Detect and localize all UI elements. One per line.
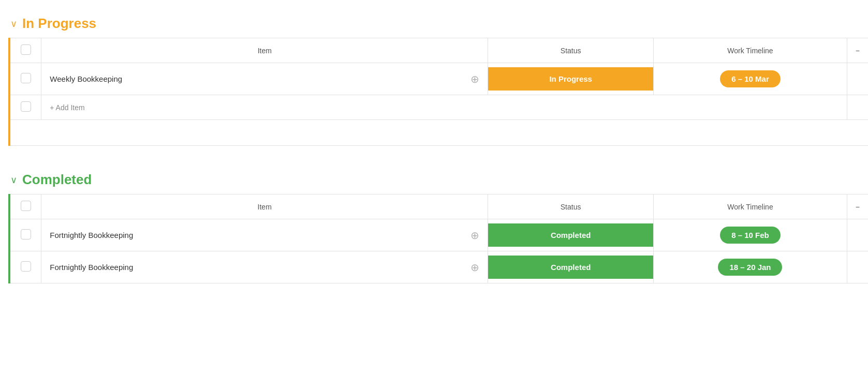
completed-header-checkbox [10, 194, 41, 219]
completed-header-status: Status [488, 194, 654, 219]
table-row: Fortnightly Bookkeeping ⊕ Completed 8 – … [10, 219, 868, 251]
in-progress-header-checkbox [10, 38, 41, 63]
completed-section: ∨ Completed Item Status Work Timeline − [0, 167, 868, 283]
completed-table: Item Status Work Timeline − [10, 194, 868, 283]
row-timeline-cell-1: 6 – 10 Mar [654, 63, 847, 95]
timeline-pill-1: 6 – 10 Mar [720, 70, 781, 87]
completed-row-checkbox-cell-1 [10, 219, 41, 251]
spacer-cell [10, 120, 868, 146]
add-item-extra [847, 95, 868, 120]
completed-title: Completed [22, 172, 92, 188]
completed-row-status-cell-1[interactable]: Completed [488, 219, 654, 251]
completed-comment-icon-2[interactable]: ⊕ [470, 261, 479, 274]
minus-icon-completed: − [856, 203, 860, 211]
minus-icon: − [856, 47, 860, 55]
in-progress-header-row: Item Status Work Timeline − [10, 38, 868, 63]
completed-row-extra-cell-1 [847, 219, 868, 251]
completed-comment-icon-1[interactable]: ⊕ [470, 229, 479, 242]
comment-icon-1[interactable]: ⊕ [470, 73, 479, 85]
status-badge-1[interactable]: In Progress [488, 67, 653, 91]
completed-table-wrapper: Item Status Work Timeline − [8, 194, 868, 283]
row-status-cell-1[interactable]: In Progress [488, 63, 654, 95]
row-checkbox-1[interactable] [21, 73, 31, 83]
add-item-row-in-progress[interactable]: + Add Item [10, 95, 868, 120]
completed-row-timeline-cell-2: 18 – 20 Jan [654, 251, 847, 283]
completed-header[interactable]: ∨ Completed [0, 167, 868, 194]
completed-row-item-name-2: Fortnightly Bookkeeping [50, 263, 133, 272]
header-checkbox-in-progress[interactable] [21, 44, 31, 55]
add-item-checkbox-cell [10, 95, 41, 120]
spacer-row-in-progress [10, 120, 868, 146]
in-progress-table-wrapper: Item Status Work Timeline − [8, 38, 868, 146]
completed-row-item-name-1: Fortnightly Bookkeeping [50, 231, 133, 239]
completed-row-item-cell-2: Fortnightly Bookkeeping ⊕ [41, 251, 488, 283]
in-progress-header-item: Item [41, 38, 488, 63]
completed-header-timeline: Work Timeline [654, 194, 847, 219]
completed-row-timeline-cell-1: 8 – 10 Feb [654, 219, 847, 251]
completed-row-status-cell-2[interactable]: Completed [488, 251, 654, 283]
row-extra-cell-1 [847, 63, 868, 95]
completed-row-item-cell-1: Fortnightly Bookkeeping ⊕ [41, 219, 488, 251]
in-progress-title: In Progress [22, 16, 96, 32]
completed-chevron-icon[interactable]: ∨ [10, 174, 17, 186]
in-progress-header[interactable]: ∨ In Progress [0, 10, 868, 38]
completed-header-item: Item [41, 194, 488, 219]
row-item-cell-1: Weekly Bookkeeping ⊕ [41, 63, 488, 95]
in-progress-header-extra: − [847, 38, 868, 63]
completed-row-extra-cell-2 [847, 251, 868, 283]
in-progress-table: Item Status Work Timeline − [10, 38, 868, 146]
completed-status-badge-1[interactable]: Completed [488, 223, 653, 247]
header-checkbox-completed[interactable] [21, 201, 31, 211]
add-item-label[interactable]: + Add Item [50, 103, 84, 112]
completed-status-badge-2[interactable]: Completed [488, 256, 653, 279]
completed-row-checkbox-cell-2 [10, 251, 41, 283]
in-progress-chevron-icon[interactable]: ∨ [10, 18, 17, 29]
completed-row-checkbox-2[interactable] [21, 261, 31, 272]
row-checkbox-cell-1 [10, 63, 41, 95]
completed-timeline-pill-1: 8 – 10 Feb [720, 227, 781, 244]
in-progress-header-status: Status [488, 38, 654, 63]
in-progress-section: ∨ In Progress Item Status Work Timeline … [0, 10, 868, 146]
completed-header-extra: − [847, 194, 868, 219]
add-item-label-cell[interactable]: + Add Item [41, 95, 847, 120]
completed-timeline-pill-2: 18 – 20 Jan [718, 259, 782, 276]
table-row: Weekly Bookkeeping ⊕ In Progress 6 – 10 … [10, 63, 868, 95]
add-item-checkbox[interactable] [21, 101, 31, 112]
completed-header-row: Item Status Work Timeline − [10, 194, 868, 219]
row-item-name-1: Weekly Bookkeeping [50, 74, 122, 83]
completed-row-checkbox-1[interactable] [21, 229, 31, 239]
page: ∨ In Progress Item Status Work Timeline … [0, 0, 868, 375]
in-progress-header-timeline: Work Timeline [654, 38, 847, 63]
table-row: Fortnightly Bookkeeping ⊕ Completed 18 –… [10, 251, 868, 283]
